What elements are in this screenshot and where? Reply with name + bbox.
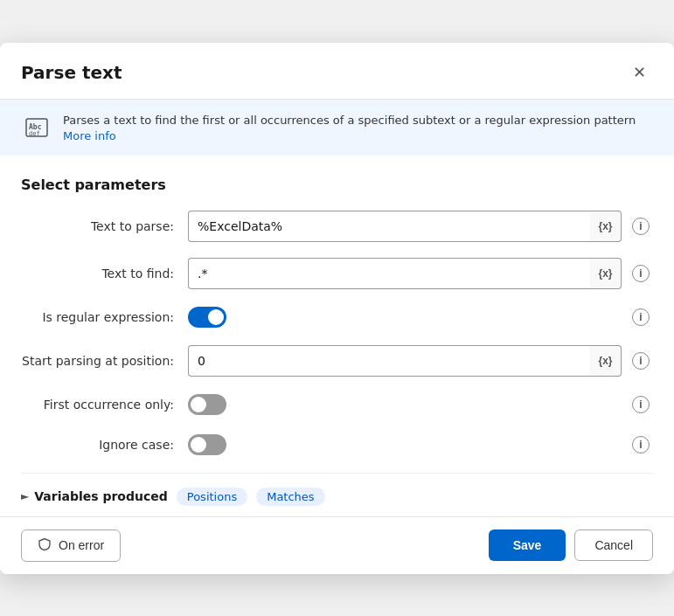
save-button[interactable]: Save	[489, 529, 566, 561]
info-circle-icon-5: i	[632, 396, 650, 413]
variables-produced-label[interactable]: ► Variables produced	[21, 489, 168, 503]
close-icon: ✕	[633, 63, 646, 82]
start-position-var-button[interactable]: {x}	[590, 345, 622, 377]
dialog-body: Select parameters Text to parse: {x} i T…	[0, 156, 674, 516]
text-to-parse-input-group: {x}	[188, 211, 622, 242]
ignore-case-toggle[interactable]	[188, 434, 226, 455]
dialog-title: Parse text	[21, 62, 122, 83]
ignore-case-control: i	[188, 433, 653, 457]
first-occurrence-slider	[188, 394, 226, 415]
variables-produced-row: ► Variables produced Positions Matches	[21, 473, 653, 516]
start-position-input[interactable]	[188, 345, 592, 377]
text-to-find-label: Text to find:	[21, 266, 174, 280]
ignore-case-info-button[interactable]: i	[629, 433, 653, 457]
variables-produced-text: Variables produced	[34, 489, 168, 503]
start-position-control: {x} i	[188, 345, 653, 377]
start-position-input-group: {x}	[188, 345, 622, 377]
first-occurrence-control: i	[188, 392, 653, 417]
text-to-parse-var-button[interactable]: {x}	[590, 211, 622, 242]
is-regex-info-button[interactable]: i	[629, 305, 653, 329]
first-occurrence-row: First occurrence only: i	[21, 392, 653, 417]
text-to-find-input-group: {x}	[188, 258, 622, 289]
first-occurrence-toggle[interactable]	[188, 394, 226, 415]
svg-text:def: def	[29, 130, 40, 137]
positions-badge: Positions	[177, 488, 247, 506]
is-regex-control: i	[188, 305, 653, 329]
info-circle-icon-3: i	[632, 308, 650, 326]
first-occurrence-label: First occurrence only:	[21, 398, 174, 412]
text-to-parse-control: {x} i	[188, 211, 653, 242]
info-circle-icon-6: i	[632, 436, 650, 453]
matches-badge: Matches	[256, 488, 324, 506]
start-position-row: Start parsing at position: {x} i	[21, 345, 653, 377]
is-regex-row: Is regular expression: i	[21, 305, 653, 329]
cancel-button[interactable]: Cancel	[574, 529, 653, 561]
text-to-parse-input[interactable]	[188, 211, 592, 242]
info-circle-icon-2: i	[632, 265, 650, 282]
text-to-find-var-button[interactable]: {x}	[590, 258, 622, 289]
info-circle-icon-4: i	[632, 352, 650, 370]
info-circle-icon: i	[632, 218, 650, 235]
parse-text-dialog: Parse text ✕ Abc def Parses a text to fi…	[0, 43, 674, 574]
text-to-find-input[interactable]	[188, 258, 592, 289]
ignore-case-label: Ignore case:	[21, 438, 174, 452]
text-to-find-control: {x} i	[188, 258, 653, 289]
ignore-case-slider	[188, 434, 226, 455]
on-error-button[interactable]: On error	[21, 529, 121, 562]
text-to-parse-row: Text to parse: {x} i	[21, 211, 653, 242]
info-description: Parses a text to find the first or all o…	[63, 112, 636, 129]
dialog-header: Parse text ✕	[0, 43, 674, 100]
shield-icon	[38, 537, 52, 554]
is-regex-toggle[interactable]	[188, 307, 226, 328]
is-regex-label: Is regular expression:	[21, 310, 174, 324]
more-info-link[interactable]: More info	[63, 129, 116, 142]
text-to-find-row: Text to find: {x} i	[21, 258, 653, 289]
start-position-label: Start parsing at position:	[21, 354, 174, 368]
is-regex-slider	[188, 307, 226, 328]
ignore-case-row: Ignore case: i	[21, 433, 653, 457]
section-title: Select parameters	[21, 176, 653, 193]
info-banner: Abc def Parses a text to find the first …	[0, 100, 674, 156]
close-button[interactable]: ✕	[625, 59, 653, 87]
footer-right: Save Cancel	[489, 529, 653, 561]
text-to-find-info-button[interactable]: i	[629, 261, 653, 286]
parse-text-icon: Abc def	[21, 112, 52, 143]
text-to-parse-info-button[interactable]: i	[629, 214, 653, 239]
first-occurrence-info-button[interactable]: i	[629, 392, 653, 417]
start-position-info-button[interactable]: i	[629, 349, 653, 373]
dialog-footer: On error Save Cancel	[0, 516, 674, 574]
on-error-label: On error	[59, 538, 104, 552]
chevron-right-icon: ►	[21, 490, 29, 502]
text-to-parse-label: Text to parse:	[21, 219, 174, 233]
info-text-block: Parses a text to find the first or all o…	[63, 112, 636, 143]
